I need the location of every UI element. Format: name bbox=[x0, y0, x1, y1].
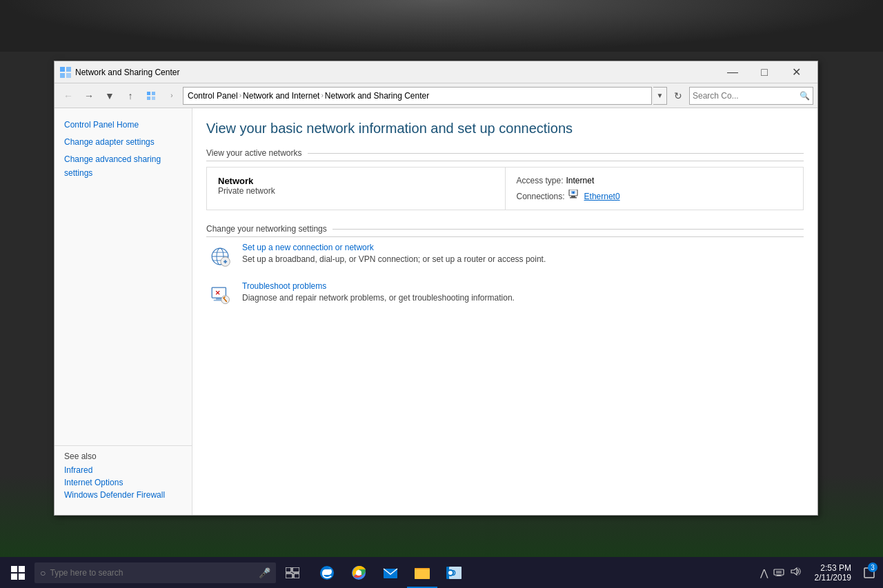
nav-change-advanced-sharing[interactable]: Change advanced sharing settings bbox=[54, 151, 192, 181]
access-type-value: Internet bbox=[566, 176, 595, 185]
network-type: Private network bbox=[218, 186, 494, 196]
taskbar-search-circle-icon: ○ bbox=[40, 567, 46, 578]
svg-rect-31 bbox=[19, 574, 25, 580]
change-settings-header: Change your networking settings bbox=[206, 224, 804, 237]
close-button[interactable]: ✕ bbox=[780, 61, 812, 83]
svg-rect-28 bbox=[11, 566, 17, 572]
see-also-section: See also Infrared Internet Options Windo… bbox=[54, 445, 192, 507]
window-title: Network and Sharing Center bbox=[75, 68, 717, 77]
network-sharing-center-window: Network and Sharing Center — □ ✕ ← → ▼ ↑… bbox=[54, 61, 818, 516]
taskbar-mic-icon[interactable]: 🎤 bbox=[259, 567, 270, 578]
svg-rect-50 bbox=[777, 575, 781, 576]
taskbar-search-input[interactable] bbox=[50, 568, 255, 578]
svg-rect-10 bbox=[570, 197, 577, 199]
minimize-button[interactable]: — bbox=[717, 61, 748, 83]
breadcrumb-current: Network and Sharing Center bbox=[325, 91, 429, 101]
notification-button[interactable]: 3 bbox=[858, 557, 880, 588]
recent-locations-button[interactable]: ▼ bbox=[100, 87, 119, 105]
troubleshoot-link[interactable]: Troubleshoot problems bbox=[242, 281, 515, 291]
search-icon[interactable]: 🔍 bbox=[800, 91, 810, 101]
taskbar-outlook[interactable]: O bbox=[439, 557, 469, 588]
svg-rect-42 bbox=[415, 569, 430, 579]
see-also-infrared[interactable]: Infrared bbox=[64, 464, 182, 476]
maximize-button[interactable]: □ bbox=[748, 61, 780, 83]
svg-rect-6 bbox=[147, 97, 150, 100]
networks-table: Network Private network Access type: Int… bbox=[206, 167, 804, 210]
connections-label: Connections: bbox=[517, 192, 565, 201]
svg-rect-34 bbox=[286, 574, 292, 578]
taskbar: ○ 🎤 bbox=[0, 557, 883, 588]
svg-rect-49 bbox=[774, 569, 784, 575]
svg-rect-29 bbox=[19, 566, 25, 572]
svg-rect-5 bbox=[152, 92, 155, 95]
see-also-windows-defender-firewall[interactable]: Windows Defender Firewall bbox=[64, 489, 182, 501]
window-icon bbox=[60, 67, 71, 78]
up-button[interactable]: ↑ bbox=[121, 87, 140, 105]
breadcrumb-network-internet[interactable]: Network and Internet bbox=[243, 91, 319, 101]
breadcrumb-control-panel[interactable]: Control Panel bbox=[188, 91, 238, 101]
home-icon-button[interactable] bbox=[141, 87, 161, 105]
svg-rect-33 bbox=[292, 567, 299, 572]
search-bar[interactable]: 🔍 bbox=[689, 87, 813, 105]
svg-rect-1 bbox=[66, 67, 71, 72]
tray-volume-icon[interactable] bbox=[788, 565, 802, 580]
left-panel: Control Panel Home Change adapter settin… bbox=[54, 108, 192, 515]
svg-rect-30 bbox=[11, 574, 17, 580]
new-connection-text: Set up a new connection or network Set u… bbox=[242, 243, 546, 265]
address-bar: ← → ▼ ↑ › Control Panel › Network and In… bbox=[54, 83, 817, 108]
breadcrumb-sep-2: › bbox=[321, 92, 323, 99]
left-panel-spacer bbox=[54, 182, 192, 445]
taskbar-file-explorer[interactable] bbox=[407, 557, 437, 588]
tray-chevron-icon[interactable]: ⋀ bbox=[759, 566, 769, 580]
system-tray: ⋀ bbox=[753, 565, 808, 580]
search-input[interactable] bbox=[693, 91, 797, 101]
title-bar: Network and Sharing Center — □ ✕ bbox=[54, 61, 817, 83]
nav-change-adapter-settings[interactable]: Change adapter settings bbox=[54, 134, 192, 151]
svg-marker-54 bbox=[791, 568, 797, 575]
refresh-button[interactable]: ↻ bbox=[668, 87, 688, 105]
see-also-internet-options[interactable]: Internet Options bbox=[64, 476, 182, 489]
new-connection-link[interactable]: Set up a new connection or network bbox=[242, 243, 546, 252]
window-controls: — □ ✕ bbox=[717, 61, 812, 83]
ethernet-link[interactable]: Ethernet0 bbox=[584, 192, 620, 201]
taskbar-apps: O bbox=[312, 557, 469, 588]
right-panel: View your basic network information and … bbox=[192, 108, 817, 515]
new-connection-desc: Set up a broadband, dial-up, or VPN conn… bbox=[242, 254, 546, 264]
svg-rect-7 bbox=[152, 97, 155, 100]
forward-button[interactable]: → bbox=[79, 87, 99, 105]
access-type-label: Access type: bbox=[517, 176, 564, 185]
breadcrumb-bar: Control Panel › Network and Internet › N… bbox=[183, 87, 652, 105]
svg-point-39 bbox=[356, 570, 361, 576]
breadcrumb-arrow: › bbox=[162, 87, 181, 105]
taskbar-mail[interactable] bbox=[375, 557, 406, 588]
notification-badge: 3 bbox=[868, 562, 877, 572]
new-connection-icon bbox=[206, 243, 234, 270]
svg-rect-0 bbox=[60, 67, 65, 72]
tray-network-icon[interactable] bbox=[772, 565, 786, 580]
new-connection-item: Set up a new connection or network Set u… bbox=[206, 243, 804, 270]
svg-rect-32 bbox=[286, 567, 291, 572]
svg-rect-3 bbox=[66, 73, 71, 78]
desktop-top bbox=[0, 0, 883, 52]
taskbar-chrome[interactable] bbox=[344, 557, 374, 588]
start-button[interactable] bbox=[3, 557, 33, 588]
back-button[interactable]: ← bbox=[59, 87, 78, 105]
clock-area[interactable]: 2:53 PM 2/11/2019 bbox=[809, 563, 857, 582]
clock-time: 2:53 PM bbox=[815, 563, 851, 573]
address-dropdown-button[interactable]: ▼ bbox=[653, 87, 667, 105]
taskbar-edge[interactable] bbox=[312, 557, 342, 588]
svg-rect-4 bbox=[147, 92, 150, 95]
taskbar-search[interactable]: ○ 🎤 bbox=[34, 562, 276, 583]
svg-rect-9 bbox=[571, 196, 575, 197]
connection-icon bbox=[568, 190, 579, 201]
troubleshoot-desc: Diagnose and repair network problems, or… bbox=[242, 293, 515, 303]
active-networks-header: View your active networks bbox=[206, 148, 804, 161]
nav-control-panel-home[interactable]: Control Panel Home bbox=[54, 116, 192, 134]
troubleshoot-item: Troubleshoot problems Diagnose and repai… bbox=[206, 281, 804, 309]
troubleshoot-icon bbox=[206, 281, 234, 309]
page-title: View your basic network information and … bbox=[206, 119, 804, 137]
clock-date: 2/11/2019 bbox=[815, 573, 851, 582]
task-view-button[interactable] bbox=[277, 557, 308, 588]
troubleshoot-text: Troubleshoot problems Diagnose and repai… bbox=[242, 281, 515, 304]
content-area: Control Panel Home Change adapter settin… bbox=[54, 108, 817, 515]
